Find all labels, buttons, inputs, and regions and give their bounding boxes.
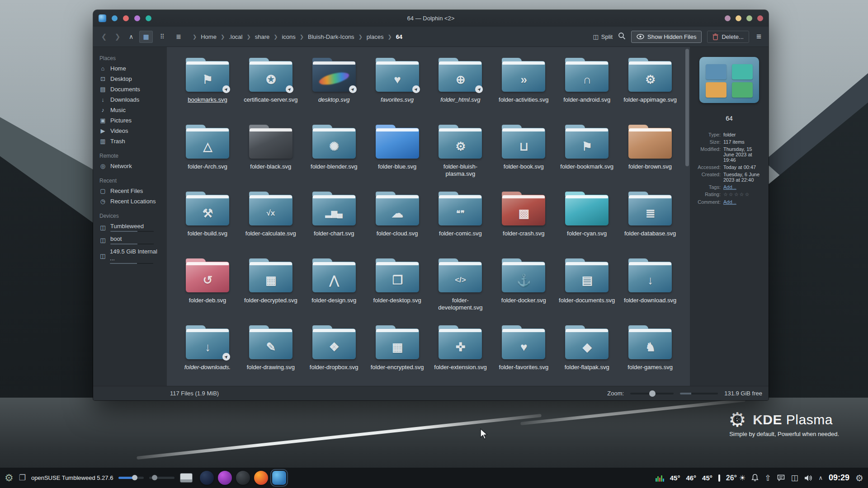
window-thumbnail[interactable] (180, 473, 193, 483)
split-button[interactable]: ◫ Split (593, 33, 613, 40)
forward-button[interactable]: ❯ (112, 33, 123, 41)
sidebar-item-tumbleweed[interactable]: ◫Tumbleweed (93, 221, 167, 234)
firefox-icon[interactable] (254, 471, 268, 485)
file-item-folder-html-svg[interactable]: ⊕ ➤ folder_html.svg (429, 54, 492, 117)
weather-widget[interactable]: 26° ☀ (726, 474, 746, 482)
file-item-folder-downloads-[interactable]: ↓ ➤ folder-downloads. (176, 322, 239, 384)
file-item-folder-download-svg[interactable]: ↓ folder-download.svg (618, 255, 682, 317)
file-item-folder-drawing-svg[interactable]: ✎ folder-drawing.svg (239, 322, 302, 384)
file-item-folder-development-svg[interactable]: </> folder-development.svg (429, 255, 492, 317)
search-button[interactable] (618, 32, 626, 42)
file-item-folder-bookmark-svg[interactable]: ⚑ folder-bookmark.svg (555, 121, 618, 183)
file-item-folder-deb-svg[interactable]: ↺ folder-deb.svg (176, 255, 239, 317)
app-purple-icon[interactable] (218, 471, 232, 485)
temperature-widget-2[interactable]: 46° (686, 474, 696, 482)
file-item-folder-comic-svg[interactable]: ❝❞ folder-comic.svg (429, 188, 492, 250)
blue-slider[interactable] (118, 477, 144, 479)
sidebar-item-desktop[interactable]: ⊡Desktop (93, 74, 167, 84)
updates-button[interactable]: ⇧ (764, 473, 771, 483)
property-value[interactable]: Add... (723, 184, 764, 190)
sidebar-item-home[interactable]: ⌂Home (93, 63, 167, 74)
zoom-slider-handle[interactable] (649, 390, 656, 397)
sidebar-item-trash[interactable]: ▥Trash (93, 136, 167, 146)
titlebar-left-dot-1[interactable] (123, 15, 129, 21)
file-item-folder-games-svg[interactable]: ♞ folder-games.svg (618, 322, 682, 384)
titlebar-left-dot-2[interactable] (134, 15, 140, 21)
file-item-folder-bluish-plasma-svg[interactable]: ⚙ folder-bluish-plasma.svg (429, 121, 492, 183)
file-item-folder-design-svg[interactable]: ⋀ folder-design.svg (302, 255, 366, 317)
file-item-certificate-server-svg[interactable]: ✪ ➤ certificate-server.svg (239, 54, 302, 117)
view-details-button[interactable]: ≣ (172, 31, 185, 43)
file-item-folder-database-svg[interactable]: ≣ folder-database.svg (618, 188, 682, 250)
file-item-folder-brown-svg[interactable]: folder-brown.svg (618, 121, 682, 183)
file-item-folder-black-svg[interactable]: folder-black.svg (239, 121, 302, 183)
titlebar-button-2[interactable] (746, 15, 752, 21)
file-item-folder-chart-svg[interactable]: ▂▆▄ folder-chart.svg (302, 188, 366, 250)
notifications-button[interactable] (751, 474, 759, 482)
file-item-folder-appimage-svg[interactable]: ⚙ folder-appimage.svg (618, 54, 682, 117)
breadcrumb-bluish-dark-icons[interactable]: Bluish-Dark-Icons (308, 33, 354, 40)
breadcrumb-home[interactable]: Home (201, 33, 217, 40)
file-item-folder-documents-svg[interactable]: ▤ folder-documents.svg (555, 255, 618, 317)
file-item-folder-build-svg[interactable]: ⚒ folder-build.svg (176, 188, 239, 250)
sidebar-item-music[interactable]: ♪Music (93, 105, 167, 115)
delete-button[interactable]: Delete... (707, 31, 749, 43)
file-item-folder-dropbox-svg[interactable]: ❖ folder-dropbox.svg (302, 322, 366, 384)
chat-button[interactable] (777, 474, 785, 481)
digital-clock[interactable]: 09:29 (829, 473, 849, 483)
sidebar-item-boot[interactable]: ◫boot (93, 234, 167, 246)
menu-button[interactable]: ≡ (755, 32, 763, 42)
sidebar-item-pictures[interactable]: ▣Pictures (93, 115, 167, 126)
application-launcher-icon[interactable]: ⚙ (5, 472, 14, 484)
terminal-icon[interactable] (236, 471, 250, 485)
titlebar-left-dot-3[interactable] (146, 15, 151, 21)
breadcrumb-icons[interactable]: icons (282, 33, 295, 40)
expand-tray-button[interactable]: ∧ (819, 474, 823, 481)
breadcrumb-64[interactable]: 64 (396, 33, 402, 40)
titlebar-button-3[interactable] (757, 15, 763, 21)
file-item-folder-arch-svg[interactable]: △ folder-Arch.svg (176, 121, 239, 183)
settings-gear-icon[interactable]: ⚙ (855, 473, 863, 483)
app-dark-icon[interactable] (200, 471, 214, 485)
file-item-folder-activities-svg[interactable]: » folder-activities.svg (492, 54, 555, 117)
titlebar[interactable]: 64 — Dolphin <2> (93, 10, 769, 27)
zoom-slider[interactable] (630, 393, 674, 394)
sidebar-item-documents[interactable]: ▤Documents (93, 84, 167, 94)
volume-button[interactable] (804, 474, 813, 482)
file-item-folder-calculate-svg[interactable]: √x folder-calculate.svg (239, 188, 302, 250)
temperature-widget-3[interactable]: 45° (702, 474, 712, 482)
titlebar-button-0[interactable] (725, 15, 731, 21)
file-item-folder-blender-svg[interactable]: ✺ folder-blender.svg (302, 121, 366, 183)
file-item-favorites-svg[interactable]: ♥ ➤ favorites.svg (366, 54, 429, 117)
show-hidden-files-button[interactable]: Show Hidden Files (631, 31, 702, 43)
system-monitor-chart[interactable] (656, 474, 664, 482)
file-item-folder-favorites-svg[interactable]: ♥ folder-favorites.svg (492, 322, 555, 384)
file-item-folder-decrypted-svg[interactable]: ▦ folder-decrypted.svg (239, 255, 302, 317)
breadcrumb-places[interactable]: places (367, 33, 384, 40)
property-value[interactable]: Add... (723, 199, 764, 205)
gray-slider[interactable] (149, 477, 175, 479)
rating-stars[interactable]: ☆☆☆☆☆ (723, 192, 764, 197)
up-button[interactable]: ∧ (126, 33, 137, 40)
breadcrumb--local[interactable]: .local (229, 33, 242, 40)
file-item-folder-docker-svg[interactable]: ⚓ folder-docker.svg (492, 255, 555, 317)
file-item-bookmarks-svg[interactable]: ⚑ ➤ bookmarks.svg (176, 54, 239, 117)
sidebar-item-downloads[interactable]: ↓Downloads (93, 94, 167, 105)
file-item-folder-extension-svg[interactable]: ✜ folder-extension.svg (429, 322, 492, 384)
file-item-desktop-svg[interactable]: ➤ desktop.svg (302, 54, 366, 117)
sidebar-item-recent-locations[interactable]: ◷Recent Locations (93, 196, 167, 206)
window-list-icon[interactable]: ❐ (19, 473, 26, 483)
file-item-folder-android-svg[interactable]: ∩ folder-android.svg (555, 54, 618, 117)
file-view[interactable]: ⚑ ➤ bookmarks.svg ✪ ➤ certificate-server… (167, 47, 690, 386)
sidebar-item-149-5-gib-internal-[interactable]: ◫149.5 GiB Internal ... (93, 246, 167, 266)
file-item-folder-flatpak-svg[interactable]: ◆ folder-flatpak.svg (555, 322, 618, 384)
file-item-folder-desktop-svg[interactable]: ❐ folder-desktop.svg (366, 255, 429, 317)
view-compact-button[interactable]: ⠿ (156, 31, 169, 43)
file-item-folder-cyan-svg[interactable]: folder-cyan.svg (555, 188, 618, 250)
vertical-scrollbar[interactable] (685, 49, 689, 166)
dolphin-icon[interactable] (272, 471, 286, 485)
file-item-folder-blue-svg[interactable]: folder-blue.svg (366, 121, 429, 183)
sidebar-item-videos[interactable]: ▶Videos (93, 126, 167, 136)
file-item-folder-cloud-svg[interactable]: ☁ folder-cloud.svg (366, 188, 429, 250)
temperature-widget-1[interactable]: 45° (670, 474, 680, 482)
